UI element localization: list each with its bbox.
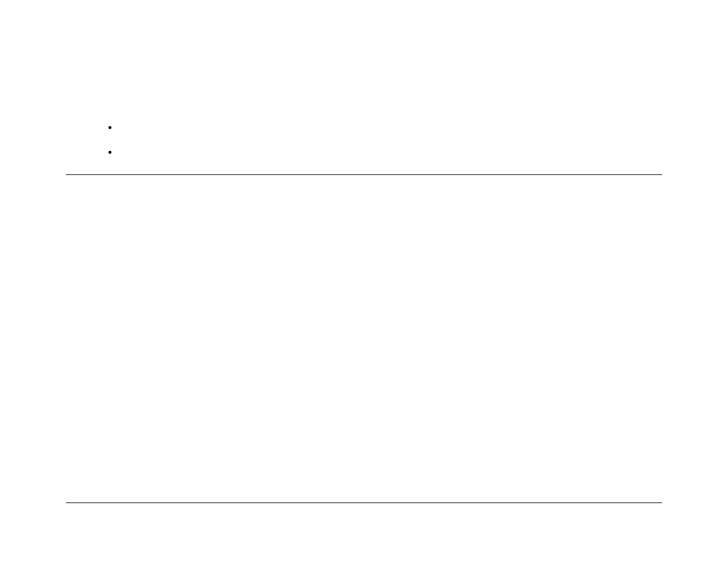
horizontal-rule <box>66 503 662 503</box>
horizontal-rule <box>66 174 662 175</box>
page-content <box>66 0 662 562</box>
